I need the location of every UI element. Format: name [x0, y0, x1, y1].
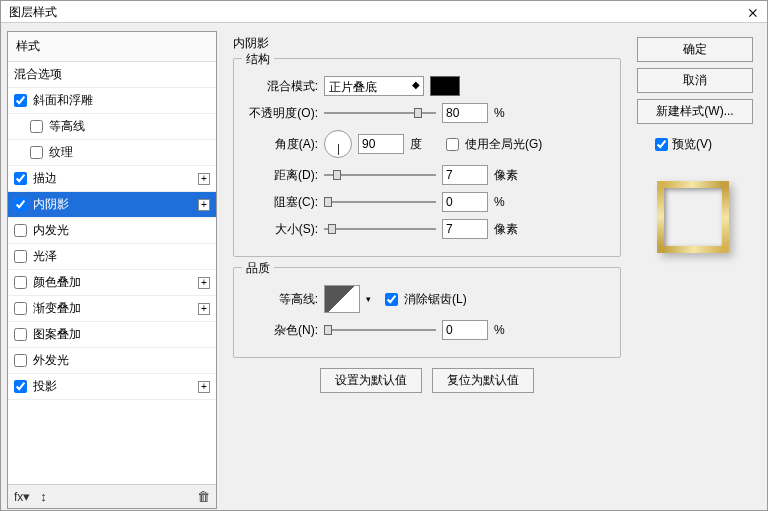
noise-input[interactable]: [442, 320, 488, 340]
style-checkbox[interactable]: [14, 94, 27, 107]
cancel-button[interactable]: 取消: [637, 68, 753, 93]
noise-label: 杂色(N):: [246, 322, 318, 339]
preview-thumbnail: [653, 177, 737, 261]
noise-unit: %: [494, 323, 524, 337]
style-checkbox[interactable]: [14, 380, 27, 393]
add-effect-icon[interactable]: +: [198, 277, 210, 289]
window-title: 图层样式: [9, 4, 57, 19]
style-item-label: 颜色叠加: [33, 274, 81, 291]
style-item-1[interactable]: 斜面和浮雕: [8, 88, 216, 114]
panel-title: 内阴影: [233, 35, 621, 52]
contour-label: 等高线:: [246, 291, 318, 308]
noise-slider[interactable]: [324, 324, 436, 336]
arrows-icon[interactable]: ↕: [40, 489, 47, 504]
style-checkbox[interactable]: [14, 172, 27, 185]
choke-label: 阻塞(C):: [246, 194, 318, 211]
blend-mode-select[interactable]: 正片叠底◆: [324, 76, 424, 96]
angle-dial[interactable]: [324, 130, 352, 158]
style-item-label: 斜面和浮雕: [33, 92, 93, 109]
style-checkbox[interactable]: [14, 250, 27, 263]
quality-legend: 品质: [242, 260, 274, 277]
distance-input[interactable]: [442, 165, 488, 185]
style-item-0[interactable]: 混合选项: [8, 62, 216, 88]
structure-legend: 结构: [242, 51, 274, 68]
trash-icon[interactable]: 🗑: [197, 489, 210, 504]
style-checkbox[interactable]: [14, 276, 27, 289]
style-item-label: 混合选项: [14, 66, 62, 83]
style-item-8[interactable]: 颜色叠加+: [8, 270, 216, 296]
choke-unit: %: [494, 195, 524, 209]
blend-mode-label: 混合模式:: [246, 78, 318, 95]
style-item-label: 光泽: [33, 248, 57, 265]
style-item-4[interactable]: 描边+: [8, 166, 216, 192]
style-item-10[interactable]: 图案叠加: [8, 322, 216, 348]
style-checkbox[interactable]: [30, 120, 43, 133]
quality-group: 品质 等高线: ▾ 消除锯齿(L) 杂色(N): %: [233, 267, 621, 358]
style-item-2[interactable]: 等高线: [8, 114, 216, 140]
add-effect-icon[interactable]: +: [198, 381, 210, 393]
chevron-down-icon: ◆: [412, 79, 420, 90]
style-checkbox[interactable]: [14, 224, 27, 237]
size-slider[interactable]: [324, 223, 436, 235]
styles-header[interactable]: 样式: [8, 32, 216, 62]
style-item-label: 投影: [33, 378, 57, 395]
add-effect-icon[interactable]: +: [198, 303, 210, 315]
reset-default-button[interactable]: 复位为默认值: [432, 368, 534, 393]
style-item-11[interactable]: 外发光: [8, 348, 216, 374]
size-unit: 像素: [494, 221, 524, 238]
preview-label: 预览(V): [672, 136, 712, 153]
style-checkbox[interactable]: [14, 198, 27, 211]
opacity-unit: %: [494, 106, 524, 120]
size-input[interactable]: [442, 219, 488, 239]
style-item-label: 内发光: [33, 222, 69, 239]
style-item-5[interactable]: 内阴影+: [8, 192, 216, 218]
angle-label: 角度(A):: [246, 136, 318, 153]
action-pane: 确定 取消 新建样式(W)... 预览(V): [637, 31, 761, 509]
ok-button[interactable]: 确定: [637, 37, 753, 62]
close-icon[interactable]: ⨯: [747, 4, 759, 19]
style-item-9[interactable]: 渐变叠加+: [8, 296, 216, 322]
settings-pane: 内阴影 结构 混合模式: 正片叠底◆ 不透明度(O): %: [227, 31, 627, 509]
style-item-label: 等高线: [49, 118, 85, 135]
style-checkbox[interactable]: [14, 354, 27, 367]
style-item-3[interactable]: 纹理: [8, 140, 216, 166]
set-default-button[interactable]: 设置为默认值: [320, 368, 422, 393]
shadow-color-swatch[interactable]: [430, 76, 460, 96]
style-item-label: 渐变叠加: [33, 300, 81, 317]
add-effect-icon[interactable]: +: [198, 199, 210, 211]
global-light-checkbox[interactable]: [446, 138, 459, 151]
styles-footer: fx▾ ↕ 🗑: [8, 484, 216, 508]
fx-icon[interactable]: fx▾: [14, 489, 30, 504]
choke-slider[interactable]: [324, 196, 436, 208]
distance-label: 距离(D):: [246, 167, 318, 184]
style-item-label: 描边: [33, 170, 57, 187]
angle-input[interactable]: [358, 134, 404, 154]
global-light-label: 使用全局光(G): [465, 136, 542, 153]
contour-picker[interactable]: [324, 285, 360, 313]
style-item-7[interactable]: 光泽: [8, 244, 216, 270]
style-checkbox[interactable]: [30, 146, 43, 159]
add-effect-icon[interactable]: +: [198, 173, 210, 185]
antialias-label: 消除锯齿(L): [404, 291, 467, 308]
new-style-button[interactable]: 新建样式(W)...: [637, 99, 753, 124]
opacity-slider[interactable]: [324, 107, 436, 119]
distance-slider[interactable]: [324, 169, 436, 181]
style-item-label: 外发光: [33, 352, 69, 369]
style-checkbox[interactable]: [14, 328, 27, 341]
style-item-label: 图案叠加: [33, 326, 81, 343]
style-item-6[interactable]: 内发光: [8, 218, 216, 244]
distance-unit: 像素: [494, 167, 524, 184]
opacity-input[interactable]: [442, 103, 488, 123]
structure-group: 结构 混合模式: 正片叠底◆ 不透明度(O): % 角度(A):: [233, 58, 621, 257]
choke-input[interactable]: [442, 192, 488, 212]
style-item-12[interactable]: 投影+: [8, 374, 216, 400]
size-label: 大小(S):: [246, 221, 318, 238]
angle-unit: 度: [410, 136, 440, 153]
style-checkbox[interactable]: [14, 302, 27, 315]
opacity-label: 不透明度(O):: [246, 105, 318, 122]
antialias-checkbox[interactable]: [385, 293, 398, 306]
styles-list-pane: 样式 混合选项斜面和浮雕等高线纹理描边+内阴影+内发光光泽颜色叠加+渐变叠加+图…: [7, 31, 217, 509]
style-item-label: 内阴影: [33, 196, 69, 213]
preview-checkbox[interactable]: [655, 138, 668, 151]
style-item-label: 纹理: [49, 144, 73, 161]
